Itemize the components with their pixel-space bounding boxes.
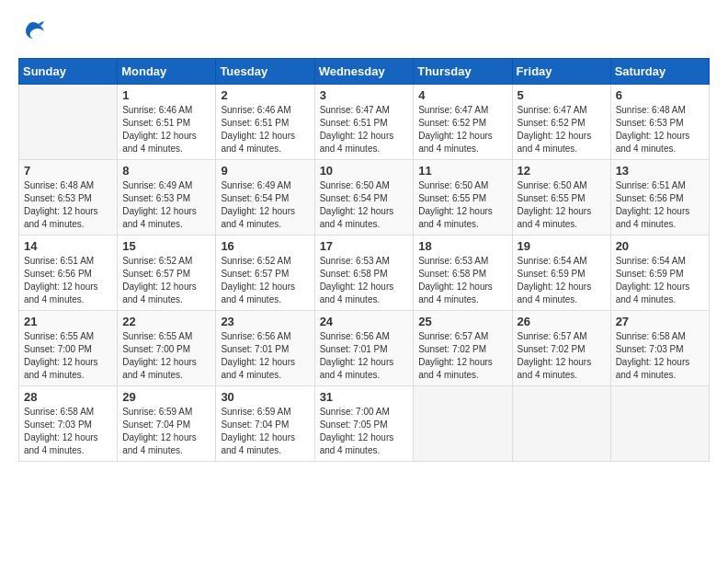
- day-number: 28: [24, 390, 112, 404]
- calendar-day-cell: 31Sunrise: 7:00 AM Sunset: 7:05 PM Dayli…: [314, 385, 414, 461]
- calendar-day-cell: 23Sunrise: 6:56 AM Sunset: 7:01 PM Dayli…: [216, 310, 314, 385]
- calendar-header-cell: Sunday: [19, 58, 118, 84]
- day-number: 8: [122, 164, 210, 178]
- calendar-day-cell: [19, 84, 118, 159]
- calendar-day-cell: 3Sunrise: 6:47 AM Sunset: 6:51 PM Daylig…: [314, 84, 414, 159]
- calendar-week-row: 1Sunrise: 6:46 AM Sunset: 6:51 PM Daylig…: [19, 84, 710, 159]
- day-info: Sunrise: 6:49 AM Sunset: 6:53 PM Dayligh…: [122, 179, 210, 231]
- day-number: 18: [418, 239, 506, 253]
- calendar-day-cell: 24Sunrise: 6:56 AM Sunset: 7:01 PM Dayli…: [314, 310, 414, 385]
- day-info: Sunrise: 6:51 AM Sunset: 6:56 PM Dayligh…: [24, 255, 112, 306]
- calendar-day-cell: 29Sunrise: 6:59 AM Sunset: 7:04 PM Dayli…: [118, 385, 216, 461]
- day-number: 7: [24, 164, 112, 178]
- day-number: 3: [320, 88, 409, 102]
- day-number: 9: [221, 164, 309, 178]
- calendar-day-cell: [414, 385, 512, 461]
- calendar-header-cell: Monday: [118, 58, 216, 84]
- calendar-header-cell: Friday: [512, 58, 610, 84]
- day-number: 15: [122, 239, 210, 253]
- calendar-day-cell: 30Sunrise: 6:59 AM Sunset: 7:04 PM Dayli…: [216, 385, 314, 461]
- day-number: 24: [320, 315, 409, 328]
- calendar-day-cell: 18Sunrise: 6:53 AM Sunset: 6:58 PM Dayli…: [414, 235, 512, 310]
- day-info: Sunrise: 6:49 AM Sunset: 6:54 PM Dayligh…: [221, 179, 309, 231]
- calendar-day-cell: 14Sunrise: 6:51 AM Sunset: 6:56 PM Dayli…: [19, 235, 118, 310]
- day-info: Sunrise: 6:46 AM Sunset: 6:51 PM Dayligh…: [221, 104, 309, 155]
- calendar-day-cell: 11Sunrise: 6:50 AM Sunset: 6:55 PM Dayli…: [414, 159, 512, 235]
- calendar-day-cell: 2Sunrise: 6:46 AM Sunset: 6:51 PM Daylig…: [216, 84, 314, 159]
- day-number: 25: [418, 315, 506, 328]
- day-info: Sunrise: 6:59 AM Sunset: 7:04 PM Dayligh…: [122, 406, 210, 457]
- day-info: Sunrise: 6:55 AM Sunset: 7:00 PM Dayligh…: [24, 330, 112, 382]
- day-info: Sunrise: 6:51 AM Sunset: 6:56 PM Dayligh…: [616, 179, 704, 231]
- day-info: Sunrise: 6:50 AM Sunset: 6:55 PM Dayligh…: [418, 179, 506, 231]
- day-info: Sunrise: 6:46 AM Sunset: 6:51 PM Dayligh…: [122, 104, 210, 155]
- calendar-day-cell: [512, 385, 610, 461]
- day-info: Sunrise: 6:47 AM Sunset: 6:52 PM Dayligh…: [518, 104, 606, 155]
- day-number: 27: [616, 315, 704, 328]
- day-info: Sunrise: 6:58 AM Sunset: 7:03 PM Dayligh…: [24, 406, 112, 457]
- day-info: Sunrise: 6:58 AM Sunset: 7:03 PM Dayligh…: [616, 330, 704, 382]
- day-info: Sunrise: 6:53 AM Sunset: 6:58 PM Dayligh…: [418, 255, 506, 306]
- calendar-day-cell: [610, 385, 709, 461]
- calendar-day-cell: 17Sunrise: 6:53 AM Sunset: 6:58 PM Dayli…: [314, 235, 414, 310]
- calendar-day-cell: 7Sunrise: 6:48 AM Sunset: 6:53 PM Daylig…: [19, 159, 118, 235]
- day-info: Sunrise: 6:47 AM Sunset: 6:51 PM Dayligh…: [320, 104, 409, 155]
- calendar-week-row: 28Sunrise: 6:58 AM Sunset: 7:03 PM Dayli…: [19, 385, 710, 461]
- calendar-header-cell: Wednesday: [314, 58, 414, 84]
- day-number: 13: [616, 164, 704, 178]
- calendar-header-cell: Saturday: [610, 58, 709, 84]
- logo-bird-icon: [20, 18, 46, 44]
- day-number: 5: [518, 88, 606, 102]
- calendar-day-cell: 10Sunrise: 6:50 AM Sunset: 6:54 PM Dayli…: [314, 159, 414, 235]
- day-info: Sunrise: 6:56 AM Sunset: 7:01 PM Dayligh…: [320, 330, 409, 382]
- calendar-week-row: 7Sunrise: 6:48 AM Sunset: 6:53 PM Daylig…: [19, 159, 710, 235]
- day-info: Sunrise: 6:53 AM Sunset: 6:58 PM Dayligh…: [320, 255, 409, 306]
- calendar-day-cell: 15Sunrise: 6:52 AM Sunset: 6:57 PM Dayli…: [118, 235, 216, 310]
- day-info: Sunrise: 6:48 AM Sunset: 6:53 PM Dayligh…: [616, 104, 704, 155]
- calendar-day-cell: 5Sunrise: 6:47 AM Sunset: 6:52 PM Daylig…: [512, 84, 610, 159]
- day-info: Sunrise: 6:54 AM Sunset: 6:59 PM Dayligh…: [616, 255, 704, 306]
- day-info: Sunrise: 6:52 AM Sunset: 6:57 PM Dayligh…: [122, 255, 210, 306]
- day-number: 30: [221, 390, 309, 404]
- day-number: 21: [24, 315, 112, 328]
- day-number: 16: [221, 239, 309, 253]
- day-number: 10: [320, 164, 409, 178]
- logo: [18, 18, 46, 49]
- calendar-header-cell: Thursday: [414, 58, 512, 84]
- calendar-day-cell: 21Sunrise: 6:55 AM Sunset: 7:00 PM Dayli…: [19, 310, 118, 385]
- calendar-header-row: SundayMondayTuesdayWednesdayThursdayFrid…: [19, 58, 710, 84]
- day-info: Sunrise: 6:52 AM Sunset: 6:57 PM Dayligh…: [221, 255, 309, 306]
- calendar-day-cell: 25Sunrise: 6:57 AM Sunset: 7:02 PM Dayli…: [414, 310, 512, 385]
- day-number: 6: [616, 88, 704, 102]
- calendar-day-cell: 28Sunrise: 6:58 AM Sunset: 7:03 PM Dayli…: [19, 385, 118, 461]
- calendar-day-cell: 8Sunrise: 6:49 AM Sunset: 6:53 PM Daylig…: [118, 159, 216, 235]
- calendar-day-cell: 19Sunrise: 6:54 AM Sunset: 6:59 PM Dayli…: [512, 235, 610, 310]
- calendar-day-cell: 4Sunrise: 6:47 AM Sunset: 6:52 PM Daylig…: [414, 84, 512, 159]
- calendar-day-cell: 1Sunrise: 6:46 AM Sunset: 6:51 PM Daylig…: [118, 84, 216, 159]
- day-number: 31: [320, 390, 409, 404]
- day-number: 22: [122, 315, 210, 328]
- day-info: Sunrise: 6:55 AM Sunset: 7:00 PM Dayligh…: [122, 330, 210, 382]
- day-number: 2: [221, 88, 309, 102]
- calendar-week-row: 21Sunrise: 6:55 AM Sunset: 7:00 PM Dayli…: [19, 310, 710, 385]
- calendar-day-cell: 20Sunrise: 6:54 AM Sunset: 6:59 PM Dayli…: [610, 235, 709, 310]
- calendar-header-cell: Tuesday: [216, 58, 314, 84]
- day-number: 4: [418, 88, 506, 102]
- day-number: 23: [221, 315, 309, 328]
- day-number: 29: [122, 390, 210, 404]
- day-number: 12: [518, 164, 606, 178]
- day-number: 19: [518, 239, 606, 253]
- calendar-day-cell: 27Sunrise: 6:58 AM Sunset: 7:03 PM Dayli…: [610, 310, 709, 385]
- day-number: 1: [122, 88, 210, 102]
- day-number: 17: [320, 239, 409, 253]
- day-info: Sunrise: 6:54 AM Sunset: 6:59 PM Dayligh…: [518, 255, 606, 306]
- calendar-week-row: 14Sunrise: 6:51 AM Sunset: 6:56 PM Dayli…: [19, 235, 710, 310]
- calendar-day-cell: 6Sunrise: 6:48 AM Sunset: 6:53 PM Daylig…: [610, 84, 709, 159]
- calendar-day-cell: 26Sunrise: 6:57 AM Sunset: 7:02 PM Dayli…: [512, 310, 610, 385]
- day-info: Sunrise: 6:48 AM Sunset: 6:53 PM Dayligh…: [24, 179, 112, 231]
- day-number: 14: [24, 239, 112, 253]
- day-info: Sunrise: 6:56 AM Sunset: 7:01 PM Dayligh…: [221, 330, 309, 382]
- day-info: Sunrise: 6:57 AM Sunset: 7:02 PM Dayligh…: [518, 330, 606, 382]
- calendar-day-cell: 22Sunrise: 6:55 AM Sunset: 7:00 PM Dayli…: [118, 310, 216, 385]
- day-info: Sunrise: 6:47 AM Sunset: 6:52 PM Dayligh…: [418, 104, 506, 155]
